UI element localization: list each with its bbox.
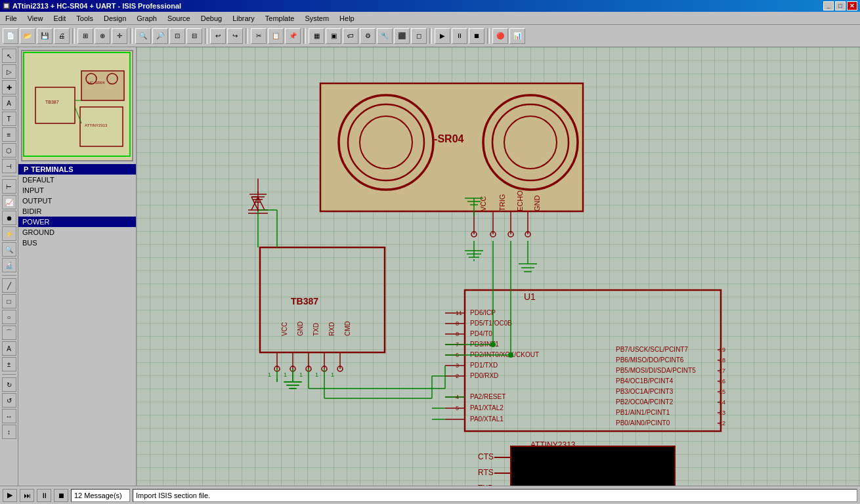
- status-message: Import ISIS section file.: [133, 489, 857, 502]
- terminal-tool[interactable]: ⊣: [2, 159, 16, 173]
- svg-text:PB0/AIN0/PCINT0: PB0/AIN0/PCINT0: [616, 419, 670, 427]
- step-button[interactable]: ⏭: [20, 489, 34, 502]
- svg-text:PB1/AIN1/PCINT1: PB1/AIN1/PCINT1: [616, 409, 670, 416]
- zoom-all-button[interactable]: ⊡: [169, 28, 185, 44]
- svg-rect-162: [511, 446, 675, 486]
- tool3-button[interactable]: ⬛: [394, 28, 410, 44]
- menu-design[interactable]: Design: [98, 13, 131, 24]
- generator-tool[interactable]: ⚡: [2, 226, 16, 241]
- open-button[interactable]: 📂: [20, 28, 35, 44]
- probe2-button[interactable]: 📊: [509, 28, 525, 44]
- terminal-bus[interactable]: BUS: [18, 238, 136, 248]
- tag-button[interactable]: 🏷: [343, 28, 358, 44]
- status-text: Import ISIS section file.: [136, 492, 210, 499]
- svg-rect-50: [260, 247, 385, 352]
- arc-tool[interactable]: ⌒: [2, 326, 16, 340]
- cut-button[interactable]: ✂: [251, 28, 267, 44]
- terminal-default[interactable]: DEFAULT: [18, 175, 136, 185]
- line-tool[interactable]: ╱: [2, 278, 16, 293]
- sidebar-p-label: P: [24, 165, 28, 173]
- text-label-tool[interactable]: A: [2, 341, 16, 356]
- bus-tool[interactable]: ≡: [2, 127, 16, 142]
- minimize-button[interactable]: _: [823, 1, 834, 10]
- rotate-cw-tool[interactable]: ↻: [2, 377, 16, 392]
- probe1-button[interactable]: 🔴: [492, 28, 508, 44]
- tool4-button[interactable]: ◻: [411, 28, 427, 44]
- zoom-out-button[interactable]: 🔎: [152, 28, 168, 44]
- menu-graph[interactable]: Graph: [131, 13, 162, 24]
- menu-file[interactable]: File: [0, 13, 22, 24]
- left-toolbar: ↖ ▷ ✚ A T ≡ ⬡ ⊣ ⊢ 📈 ⏺ ⚡ 🔍 🔬 ╱ □ ○ ⌒ A ± …: [0, 47, 18, 486]
- menu-view[interactable]: View: [22, 13, 49, 24]
- new-button[interactable]: 📄: [3, 28, 18, 44]
- terminal-ground[interactable]: GROUND: [18, 227, 136, 238]
- print-button[interactable]: 🖨: [54, 28, 70, 44]
- rotate-ccw-tool[interactable]: ↺: [2, 393, 16, 408]
- preview-area: TB387 HC-SR04 ATTINY2313: [21, 50, 133, 161]
- cursor-button[interactable]: ✛: [112, 28, 127, 44]
- sim2-button[interactable]: ⏸: [452, 28, 467, 44]
- paste-button[interactable]: 📌: [285, 28, 301, 44]
- copy-button[interactable]: 📋: [268, 28, 284, 44]
- select-tool[interactable]: ↖: [2, 49, 16, 63]
- separator1: [72, 28, 75, 44]
- terminal-bidir[interactable]: BIDIR: [18, 206, 136, 217]
- junction-tool[interactable]: ✚: [2, 80, 16, 94]
- sidebar-title: TERMINALS: [31, 165, 73, 173]
- svg-text:1: 1: [315, 371, 318, 378]
- play-button[interactable]: ▶: [3, 489, 17, 502]
- voltage-probe-tool[interactable]: 🔍: [2, 242, 16, 257]
- svg-point-16: [483, 95, 578, 190]
- pause-button[interactable]: ⏸: [37, 489, 51, 502]
- block2-button[interactable]: ▣: [326, 28, 341, 44]
- menu-edit[interactable]: Edit: [48, 13, 71, 24]
- titlebar: 🔲 ATtini2313 + HC-SR04 + UART - ISIS Pro…: [0, 0, 860, 12]
- canvas-area[interactable]: HC-SR04 VCC TRIG ECHO GND: [137, 47, 860, 486]
- menu-template[interactable]: Template: [260, 13, 300, 24]
- graph-tool[interactable]: 📈: [2, 195, 16, 209]
- menu-help[interactable]: Help: [334, 13, 360, 24]
- undo-button[interactable]: ↩: [210, 28, 226, 44]
- menu-system[interactable]: System: [299, 13, 334, 24]
- svg-point-139: [490, 342, 496, 347]
- svg-text:TRIG: TRIG: [498, 194, 506, 211]
- sidebar-header: P TERMINALS: [18, 164, 136, 175]
- separator2: [130, 28, 133, 44]
- sim3-button[interactable]: ⏹: [469, 28, 484, 44]
- close-button[interactable]: ✕: [847, 1, 857, 10]
- menu-debug[interactable]: Debug: [196, 13, 227, 24]
- subcircuit-tool[interactable]: ⬡: [2, 143, 16, 158]
- wire-label-tool[interactable]: A: [2, 96, 16, 110]
- menu-library[interactable]: Library: [227, 13, 260, 24]
- terminal-power[interactable]: POWER: [18, 217, 136, 227]
- component-tool[interactable]: ▷: [2, 64, 16, 79]
- terminal-output[interactable]: OUTPUT: [18, 196, 136, 206]
- flip-h-tool[interactable]: ↔: [2, 409, 16, 423]
- device-pin-tool[interactable]: ⊢: [2, 179, 16, 194]
- lt-separator2: [2, 275, 16, 276]
- flip-v-tool[interactable]: ↕: [2, 425, 16, 439]
- restore-button[interactable]: □: [835, 1, 846, 10]
- svg-rect-0: [24, 52, 130, 156]
- origin-button[interactable]: ⊕: [95, 28, 110, 44]
- grid-button[interactable]: ⊞: [77, 28, 93, 44]
- symbol-tool[interactable]: ±: [2, 357, 16, 371]
- tape-tool[interactable]: ⏺: [2, 211, 16, 225]
- block-button[interactable]: ▦: [309, 28, 324, 44]
- tool2-button[interactable]: 🔧: [377, 28, 393, 44]
- text-tool[interactable]: T: [2, 112, 16, 126]
- terminal-input[interactable]: INPUT: [18, 185, 136, 196]
- sim1-button[interactable]: ▶: [435, 28, 450, 44]
- menu-source[interactable]: Source: [162, 13, 196, 24]
- redo-button[interactable]: ↪: [227, 28, 243, 44]
- stop-button[interactable]: ⏹: [54, 489, 68, 502]
- menu-tools[interactable]: Tools: [71, 13, 98, 24]
- circle-tool[interactable]: ○: [2, 310, 16, 324]
- svg-text:GND: GND: [533, 196, 541, 212]
- tool1-button[interactable]: ⚙: [360, 28, 376, 44]
- zoom-select-button[interactable]: ⊟: [186, 28, 202, 44]
- save-button[interactable]: 💾: [37, 28, 53, 44]
- zoom-in-button[interactable]: 🔍: [135, 28, 151, 44]
- box-tool[interactable]: □: [2, 294, 16, 308]
- current-probe-tool[interactable]: 🔬: [2, 258, 16, 272]
